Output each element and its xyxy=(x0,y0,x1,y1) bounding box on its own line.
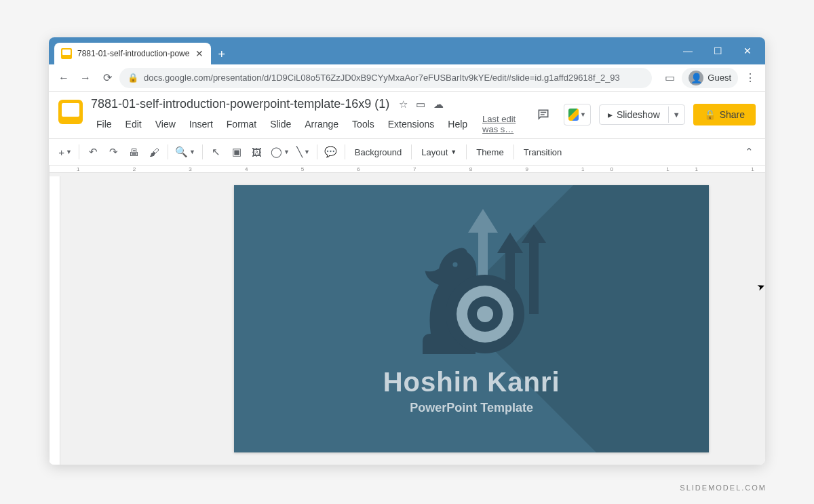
reload-button[interactable]: ⟳ xyxy=(98,69,117,88)
meet-icon xyxy=(568,109,579,121)
profile-label: Guest xyxy=(708,73,731,83)
cloud-status-icon[interactable]: ☁ xyxy=(433,98,444,111)
toolbar: + ▼ ↶ ↷ 🖶 🖌 🔍 ▼ ↖ ▣ 🖼 ◯ ▼ ╲ ▼ 💬 Backgrou… xyxy=(49,138,765,166)
separator xyxy=(466,144,467,159)
svg-point-0 xyxy=(453,262,458,267)
comment-icon xyxy=(537,108,550,121)
slideshow-label: Slideshow xyxy=(617,109,660,120)
window-controls: — ☐ ✕ xyxy=(673,37,765,60)
menu-slide[interactable]: Slide xyxy=(265,117,296,132)
app-header: 7881-01-self-introduction-powerpoint-tem… xyxy=(49,92,765,134)
menu-extensions[interactable]: Extensions xyxy=(383,117,440,132)
browser-menu-button[interactable]: ⋮ xyxy=(741,69,760,88)
close-window-button[interactable]: ✕ xyxy=(733,41,762,60)
slideshow-button-group: ▸ Slideshow ▼ xyxy=(599,104,685,125)
layout-button[interactable]: Layout ▼ xyxy=(416,144,462,160)
last-edit-link[interactable]: Last edit was s… xyxy=(482,114,523,134)
share-label: Share xyxy=(720,109,745,120)
share-button[interactable]: 🔒 Share xyxy=(693,104,756,125)
tab-title: 7881-01-self-introduction-powe xyxy=(77,49,189,58)
slide-canvas[interactable]: Hoshin Kanri PowerPoint Template xyxy=(234,185,709,452)
play-icon: ▸ xyxy=(608,109,613,120)
line-tool[interactable]: ╲ ▼ xyxy=(294,142,313,161)
svg-point-4 xyxy=(477,306,493,322)
slides-logo-icon[interactable] xyxy=(58,100,83,124)
background-button[interactable]: Background xyxy=(349,144,407,160)
lock-icon: 🔒 xyxy=(704,109,716,120)
watermark: SLIDEMODEL.COM xyxy=(680,484,767,492)
browser-tab[interactable]: 7881-01-self-introduction-powe ✕ xyxy=(54,43,211,64)
canvas-area: 1 2 3 4 5 6 7 8 9 10 11 12 13 xyxy=(50,166,765,465)
slideshow-dropdown[interactable]: ▼ xyxy=(668,106,684,123)
url-text: docs.google.com/presentation/d/1D9CiL08o… xyxy=(144,73,620,83)
lock-icon: 🔒 xyxy=(128,73,138,83)
zoom-button[interactable]: 🔍 ▼ xyxy=(172,142,198,161)
slide-title: Hoshin Kanri xyxy=(234,367,709,398)
menu-format[interactable]: Format xyxy=(221,117,262,132)
new-tab-button[interactable]: + xyxy=(211,47,231,64)
install-app-icon[interactable]: ▭ xyxy=(660,69,679,88)
profile-chip[interactable]: 👤 Guest xyxy=(682,68,738,88)
undo-button[interactable]: ↶ xyxy=(83,142,102,161)
comment-tool[interactable]: 💬 xyxy=(322,142,341,161)
menu-edit[interactable]: Edit xyxy=(120,117,147,132)
menu-help[interactable]: Help xyxy=(442,117,473,132)
slides-favicon-icon xyxy=(61,48,72,59)
chevron-down-icon: ▼ xyxy=(580,111,586,118)
paint-format-button[interactable]: 🖌 xyxy=(144,142,163,161)
address-bar: ← → ⟳ 🔒 docs.google.com/presentation/d/1… xyxy=(49,64,765,92)
horizontal-ruler: 1 2 3 4 5 6 7 8 9 10 11 12 13 xyxy=(50,166,765,173)
close-tab-button[interactable]: ✕ xyxy=(195,49,204,58)
print-button[interactable]: 🖶 xyxy=(124,142,143,161)
new-slide-button[interactable]: + ▼ xyxy=(56,142,75,161)
menu-tools[interactable]: Tools xyxy=(347,117,380,132)
comments-button[interactable] xyxy=(531,102,556,127)
menu-bar: File Edit View Insert Format Slide Arran… xyxy=(91,114,523,134)
separator xyxy=(411,144,412,159)
workspace: 4 Hoshin Kanri 5 Hoshin Kanri += HoShiHo… xyxy=(49,166,765,465)
textbox-tool[interactable]: ▣ xyxy=(227,142,246,161)
meet-button[interactable]: ▼ xyxy=(564,104,591,125)
url-input[interactable]: 🔒 docs.google.com/presentation/d/1D9CiL0… xyxy=(119,68,652,88)
separator xyxy=(317,144,317,159)
minimize-button[interactable]: — xyxy=(673,41,703,60)
star-icon[interactable]: ☆ xyxy=(399,98,408,111)
menu-view[interactable]: View xyxy=(150,117,181,132)
menu-insert[interactable]: Insert xyxy=(184,117,218,132)
redo-button[interactable]: ↷ xyxy=(104,142,123,161)
shape-tool[interactable]: ◯ ▼ xyxy=(268,142,292,161)
slideshow-button[interactable]: ▸ Slideshow xyxy=(600,105,668,124)
transition-button[interactable]: Transition xyxy=(518,144,568,160)
menu-arrange[interactable]: Arrange xyxy=(299,117,344,132)
menu-file[interactable]: File xyxy=(91,117,117,132)
document-title[interactable]: 7881-01-self-introduction-powerpoint-tem… xyxy=(91,97,389,111)
collapse-toolbar-button[interactable]: ⌃ xyxy=(739,142,758,161)
move-icon[interactable]: ▭ xyxy=(416,98,425,111)
target-icon xyxy=(444,273,526,355)
theme-button[interactable]: Theme xyxy=(471,144,509,160)
separator xyxy=(79,144,79,159)
separator xyxy=(168,144,168,159)
browser-window: 7881-01-self-introduction-powe ✕ + — ☐ ✕… xyxy=(49,37,765,465)
slide-subtitle: PowerPoint Template xyxy=(234,401,709,415)
select-tool[interactable]: ↖ xyxy=(207,142,226,161)
back-button[interactable]: ← xyxy=(54,69,73,88)
separator xyxy=(202,144,203,159)
chevron-down-icon: ▼ xyxy=(450,149,457,155)
avatar-icon: 👤 xyxy=(689,71,703,85)
browser-titlebar: 7881-01-self-introduction-powe ✕ + — ☐ ✕ xyxy=(49,37,765,64)
separator xyxy=(345,144,345,159)
image-tool[interactable]: 🖼 xyxy=(248,142,267,161)
maximize-button[interactable]: ☐ xyxy=(703,41,733,60)
forward-button[interactable]: → xyxy=(76,69,95,88)
separator xyxy=(513,144,514,159)
